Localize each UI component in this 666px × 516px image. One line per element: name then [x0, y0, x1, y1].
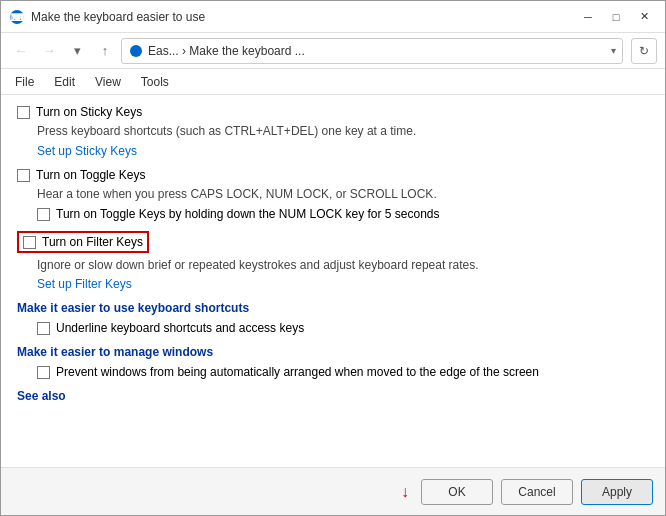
ok-button[interactable]: OK — [421, 479, 493, 505]
manage-windows-section: Make it easier to manage windows Prevent… — [17, 345, 649, 379]
content-area: Turn on Sticky Keys Press keyboard short… — [1, 95, 665, 467]
up-button[interactable]: ↑ — [93, 39, 117, 63]
toggle-keys-sub-label: Turn on Toggle Keys by holding down the … — [56, 207, 440, 221]
svg-text:⌨: ⌨ — [10, 12, 25, 23]
menu-edit[interactable]: Edit — [48, 73, 81, 91]
close-button[interactable]: ✕ — [631, 6, 657, 28]
filter-keys-section: Turn on Filter Keys Ignore or slow down … — [17, 231, 649, 292]
title-controls: ─ □ ✕ — [575, 6, 657, 28]
toggle-keys-sub-checkbox-row: Turn on Toggle Keys by holding down the … — [37, 207, 649, 221]
address-dropdown-icon[interactable]: ▾ — [611, 45, 616, 56]
filter-keys-description: Ignore or slow down brief or repeated ke… — [37, 257, 649, 274]
toggle-keys-section: Turn on Toggle Keys Hear a tone when you… — [17, 168, 649, 221]
toggle-keys-description: Hear a tone when you press CAPS LOCK, NU… — [37, 186, 649, 203]
nav-bar: ← → ▾ ↑ Eas... › Make the keyboard ... ▾… — [1, 33, 665, 69]
sticky-keys-label: Turn on Sticky Keys — [36, 105, 142, 119]
dropdown-button[interactable]: ▾ — [65, 39, 89, 63]
keyboard-shortcuts-checkbox[interactable] — [37, 322, 50, 335]
toggle-keys-sub-row: Turn on Toggle Keys by holding down the … — [37, 207, 649, 221]
keyboard-shortcuts-row: Underline keyboard shortcuts and access … — [37, 321, 649, 335]
footer: ↓ OK Cancel Apply — [1, 467, 665, 515]
filter-keys-link[interactable]: Set up Filter Keys — [37, 277, 132, 291]
maximize-button[interactable]: □ — [603, 6, 629, 28]
filter-keys-highlight-box: Turn on Filter Keys — [17, 231, 149, 253]
address-text: Eas... › Make the keyboard ... — [148, 44, 611, 58]
toggle-keys-checkbox[interactable] — [17, 169, 30, 182]
window-title: Make the keyboard easier to use — [31, 10, 575, 24]
main-window: ⌨ Make the keyboard easier to use ─ □ ✕ … — [0, 0, 666, 516]
toggle-keys-row: Turn on Toggle Keys — [17, 168, 649, 182]
sticky-keys-section: Turn on Sticky Keys Press keyboard short… — [17, 105, 649, 158]
sticky-keys-description: Press keyboard shortcuts (such as CTRL+A… — [37, 123, 649, 140]
sticky-keys-link[interactable]: Set up Sticky Keys — [37, 144, 137, 158]
see-also-title: See also — [17, 389, 649, 403]
manage-windows-label: Prevent windows from being automatically… — [56, 365, 539, 379]
title-bar: ⌨ Make the keyboard easier to use ─ □ ✕ — [1, 1, 665, 33]
svg-point-2 — [130, 45, 142, 57]
menu-tools[interactable]: Tools — [135, 73, 175, 91]
manage-windows-row: Prevent windows from being automatically… — [37, 365, 649, 379]
toggle-keys-sub-checkbox[interactable] — [37, 208, 50, 221]
window-icon: ⌨ — [9, 9, 25, 25]
back-button[interactable]: ← — [9, 39, 33, 63]
sticky-keys-checkbox[interactable] — [17, 106, 30, 119]
sticky-keys-row: Turn on Sticky Keys — [17, 105, 649, 119]
arrow-indicator: ↓ — [401, 483, 409, 501]
menu-view[interactable]: View — [89, 73, 127, 91]
filter-keys-checkbox[interactable] — [23, 236, 36, 249]
menu-file[interactable]: File — [9, 73, 40, 91]
address-icon — [128, 43, 144, 59]
manage-windows-title: Make it easier to manage windows — [17, 345, 649, 359]
forward-button[interactable]: → — [37, 39, 61, 63]
manage-windows-checkbox[interactable] — [37, 366, 50, 379]
toggle-keys-label: Turn on Toggle Keys — [36, 168, 145, 182]
menu-bar: File Edit View Tools — [1, 69, 665, 95]
cancel-button[interactable]: Cancel — [501, 479, 573, 505]
see-also-section: See also — [17, 389, 649, 403]
keyboard-shortcuts-label: Underline keyboard shortcuts and access … — [56, 321, 304, 335]
apply-button[interactable]: Apply — [581, 479, 653, 505]
address-bar[interactable]: Eas... › Make the keyboard ... ▾ — [121, 38, 623, 64]
keyboard-shortcuts-section: Make it easier to use keyboard shortcuts… — [17, 301, 649, 335]
refresh-icon: ↻ — [639, 44, 649, 58]
refresh-button[interactable]: ↻ — [631, 38, 657, 64]
keyboard-shortcuts-title: Make it easier to use keyboard shortcuts — [17, 301, 649, 315]
filter-keys-label: Turn on Filter Keys — [42, 235, 143, 249]
minimize-button[interactable]: ─ — [575, 6, 601, 28]
